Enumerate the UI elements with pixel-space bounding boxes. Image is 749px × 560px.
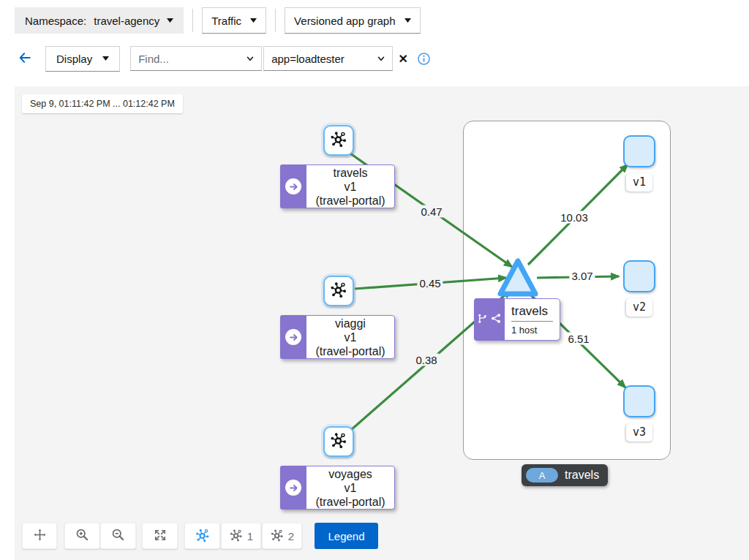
display-label: Display	[56, 53, 92, 65]
zoom-in-button[interactable]	[64, 523, 100, 549]
back-button[interactable]	[15, 48, 35, 69]
display-dropdown[interactable]: Display	[45, 46, 120, 72]
app-node-travels[interactable]	[323, 125, 354, 156]
hide-input-group	[263, 46, 393, 71]
app-label-voyages[interactable]: voyages v1 (travel-portal)	[280, 466, 395, 510]
move-icon	[32, 527, 48, 545]
legend-button[interactable]: Legend	[315, 523, 378, 549]
edge-rate-v2: 3.07	[569, 270, 595, 282]
service-label-travels[interactable]: travels 1 host	[474, 298, 560, 341]
service-name: travels	[511, 304, 548, 319]
workload-node-v2[interactable]	[623, 260, 655, 292]
graph-layout-icon	[195, 527, 211, 545]
graph-layout-icon	[229, 528, 244, 545]
divider	[192, 9, 193, 32]
app-node-viaggi[interactable]	[323, 276, 354, 306]
app-namespace: (travel-portal)	[315, 344, 385, 358]
applications-icon	[329, 431, 348, 453]
divider	[275, 9, 276, 32]
share-alt-icon	[490, 312, 502, 328]
arrow-right-circle-icon	[285, 480, 301, 496]
graph-type-select[interactable]: Versioned app graph	[285, 7, 420, 34]
root-badge	[280, 164, 306, 208]
chevron-down-icon[interactable]	[245, 53, 255, 64]
app-label-travels[interactable]: travels v1 (travel-portal)	[280, 164, 395, 208]
caret-down-icon	[167, 18, 173, 23]
expand-arrows-icon	[153, 528, 168, 545]
root-badge	[280, 466, 306, 510]
traffic-label: Traffic	[211, 15, 241, 27]
app-namespace: (travel-portal)	[315, 495, 385, 509]
clear-hide-button[interactable]: ✕	[394, 46, 412, 71]
traffic-select[interactable]: Traffic	[202, 7, 266, 34]
app-version: v1	[345, 330, 357, 344]
namespace-value: travel-agency	[94, 15, 159, 27]
app-name: travels	[333, 166, 367, 180]
arrow-right-circle-icon	[285, 178, 301, 194]
graph-toolbar-primary: Namespace: travel-agency Traffic Version…	[15, 7, 421, 34]
fit-to-screen-button[interactable]	[142, 523, 178, 549]
workload-node-v3[interactable]	[623, 385, 655, 417]
group-name: travels	[565, 469, 599, 482]
pan-button[interactable]	[22, 523, 57, 549]
caret-down-icon	[404, 18, 411, 23]
graph-toolbar-secondary: Display ✕	[15, 45, 432, 72]
applications-icon	[329, 280, 348, 302]
info-icon[interactable]	[415, 50, 432, 67]
graph-canvas[interactable]: Sep 9, 01:11:42 PM ... 01:12:42 PM	[15, 86, 749, 560]
layout-1-button[interactable]: 1	[221, 523, 261, 549]
app-badge: A	[526, 468, 558, 483]
app-label-viaggi[interactable]: viaggi v1 (travel-portal)	[280, 315, 395, 359]
zoom-out-icon	[110, 527, 126, 545]
edge-rate-v1: 10.03	[558, 211, 590, 224]
namespace-label: Namespace:	[25, 15, 86, 27]
edge-rate-viaggi: 0.45	[417, 277, 443, 290]
find-input[interactable]	[138, 53, 245, 65]
applications-icon	[329, 129, 348, 151]
edge-rate-v3: 6.51	[565, 333, 591, 345]
arrow-left-icon	[18, 50, 32, 67]
graph-layout-icon	[270, 528, 285, 545]
hide-input[interactable]	[271, 53, 376, 65]
edge-rate-travels: 0.47	[418, 205, 444, 218]
group-label-travels[interactable]: A travels	[522, 464, 608, 486]
divider	[511, 321, 553, 322]
workload-node-v1[interactable]	[623, 135, 655, 167]
workload-label-v2: v2	[626, 298, 652, 317]
app-name: viaggi	[335, 317, 366, 330]
workload-label-v3: v3	[626, 423, 652, 442]
workload-label-v1: v1	[626, 173, 652, 192]
app-node-voyages[interactable]	[323, 426, 354, 457]
app-namespace: (travel-portal)	[315, 194, 385, 208]
layout-1-label: 1	[247, 530, 253, 542]
namespace-select[interactable]: Namespace: travel-agency	[15, 7, 184, 34]
graph-type-label: Versioned app graph	[294, 15, 395, 27]
root-badge	[280, 315, 306, 359]
edge-rate-voyages: 0.38	[413, 354, 439, 366]
zoom-out-button[interactable]	[100, 523, 136, 549]
graph-timestamp: Sep 9, 01:11:42 PM ... 01:12:42 PM	[22, 94, 183, 113]
app-version: v1	[345, 180, 357, 194]
app-name: voyages	[328, 467, 372, 481]
layout-2-button[interactable]: 2	[262, 523, 302, 549]
app-version: v1	[345, 481, 357, 495]
code-branch-icon	[477, 312, 488, 328]
chevron-down-icon[interactable]	[376, 53, 386, 64]
find-input-group	[130, 46, 262, 71]
layout-2-label: 2	[288, 530, 294, 542]
zoom-in-icon	[75, 527, 90, 545]
arrow-right-circle-icon	[285, 329, 301, 345]
layout-default-button[interactable]	[184, 523, 220, 549]
caret-down-icon	[102, 56, 109, 61]
service-hosts: 1 host	[511, 325, 537, 336]
caret-down-icon	[250, 18, 257, 23]
